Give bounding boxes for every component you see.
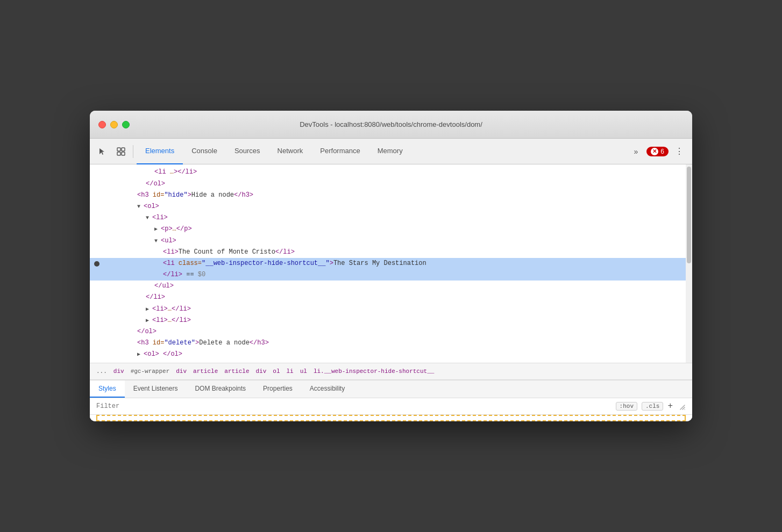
tab-bar: Elements Console Sources Network Perform… [137, 139, 626, 164]
tab-styles[interactable]: Styles [90, 380, 125, 398]
breakpoint-dot [94, 261, 99, 267]
scrollbar[interactable] [686, 164, 692, 362]
breadcrumb-item-ul[interactable]: ul [300, 368, 307, 375]
breadcrumb-item-div3[interactable]: div [256, 368, 267, 375]
cls-button[interactable]: .cls [642, 402, 663, 411]
styles-preview-dashed [96, 415, 686, 421]
inspect-icon [116, 147, 126, 156]
breadcrumb-item-ol[interactable]: ol [273, 368, 280, 375]
error-count: 6 [660, 148, 664, 155]
maximize-button[interactable] [122, 121, 130, 128]
cursor-icon-button[interactable] [94, 143, 111, 160]
tab-elements[interactable]: Elements [137, 139, 183, 164]
breadcrumb-item-article1[interactable]: article [193, 368, 218, 375]
add-style-button[interactable]: + [667, 401, 673, 411]
window-controls [98, 121, 130, 128]
tab-accessibility[interactable]: Accessibility [301, 380, 353, 398]
more-tabs-button[interactable]: » [627, 143, 644, 160]
error-badge[interactable]: ✕ 6 [646, 147, 669, 156]
tab-properties[interactable]: Properties [254, 380, 301, 398]
dom-line[interactable]: ▶<p>…</p> [90, 224, 692, 235]
tab-performance[interactable]: Performance [311, 139, 368, 164]
breadcrumb-item-gc-wrapper[interactable]: #gc-wrapper [131, 368, 170, 375]
svg-rect-0 [117, 148, 120, 151]
tab-console[interactable]: Console [183, 139, 226, 164]
minimize-button[interactable] [110, 121, 118, 128]
dom-line[interactable]: ▼<ol> [90, 201, 692, 212]
dom-line[interactable]: </li> [90, 292, 692, 303]
dom-line[interactable]: </ol> [90, 178, 692, 190]
hov-button[interactable]: :hov [616, 402, 637, 411]
breadcrumb-item-div1[interactable]: div [113, 368, 124, 375]
breadcrumb-bar: ... div #gc-wrapper div article article … [90, 363, 692, 380]
svg-rect-3 [122, 152, 125, 155]
dom-line[interactable]: ▶<li>…</li> [90, 304, 692, 315]
dom-line[interactable]: </ol> [90, 326, 692, 337]
dom-line[interactable]: <h3 id="delete">Delete a node</h3> [90, 337, 692, 349]
settings-button[interactable]: ⋮ [671, 143, 688, 160]
tab-event-listeners[interactable]: Event Listeners [125, 380, 187, 398]
toolbar-divider [133, 145, 133, 158]
titlebar: DevTools - localhost:8080/web/tools/chro… [90, 111, 692, 139]
dom-line[interactable]: </ul> [90, 281, 692, 292]
error-badge-icon: ✕ [651, 148, 658, 155]
close-button[interactable] [98, 121, 106, 128]
tab-sources[interactable]: Sources [226, 139, 269, 164]
tab-memory[interactable]: Memory [369, 139, 411, 164]
bottom-panel: Styles Event Listeners DOM Breakpoints P… [90, 380, 692, 421]
devtools-window: DevTools - localhost:8080/web/tools/chro… [90, 111, 692, 421]
breadcrumb-item-article2[interactable]: article [224, 368, 249, 375]
svg-rect-2 [117, 152, 120, 155]
toolbar-right: » ✕ 6 ⋮ [627, 143, 688, 160]
dom-line[interactable]: <li>The Count of Monte Cristo</li> [90, 247, 692, 258]
filter-bar: :hov .cls + [90, 398, 692, 415]
dom-line[interactable]: <h3 id="hide">Hide a node</h3> [90, 190, 692, 201]
cursor-icon [98, 147, 108, 156]
resize-handle[interactable] [679, 403, 686, 409]
dom-line[interactable]: ▶<ol> </ol> [90, 349, 692, 360]
filter-input[interactable] [96, 402, 612, 410]
dom-line-selected[interactable]: <li class="__web-inspector-hide-shortcut… [90, 258, 692, 269]
dom-line[interactable]: ▼<li> [90, 212, 692, 224]
dom-line-selected-2[interactable]: </li> == $0 [90, 269, 692, 281]
dom-line[interactable]: ▼<ul> [90, 235, 692, 247]
main-toolbar: Elements Console Sources Network Perform… [90, 139, 692, 164]
filter-actions: :hov .cls + [616, 401, 673, 411]
svg-rect-1 [122, 148, 125, 151]
resize-icon [679, 404, 686, 411]
breadcrumb-item-li[interactable]: li [287, 368, 294, 375]
inspect-icon-button[interactable] [112, 143, 130, 160]
dom-line[interactable]: ▶<li>…</li> [90, 315, 692, 326]
tab-dom-breakpoints[interactable]: DOM Breakpoints [186, 380, 254, 398]
breadcrumb-item-li-class[interactable]: li.__web-inspector-hide-shortcut__ [314, 368, 434, 375]
bottom-tabs: Styles Event Listeners DOM Breakpoints P… [90, 380, 692, 398]
window-title: DevTools - localhost:8080/web/tools/chro… [300, 120, 482, 128]
breadcrumb-ellipsis: ... [96, 368, 107, 375]
tab-network[interactable]: Network [269, 139, 312, 164]
main-content: <li …></li> </ol> <h3 id="hide">Hide a n… [90, 164, 692, 421]
scrollbar-thumb[interactable] [687, 167, 691, 263]
dom-panel[interactable]: <li …></li> </ol> <h3 id="hide">Hide a n… [90, 164, 692, 362]
breadcrumb-item-div2[interactable]: div [176, 368, 187, 375]
dom-line[interactable]: <li …></li> [90, 167, 692, 178]
